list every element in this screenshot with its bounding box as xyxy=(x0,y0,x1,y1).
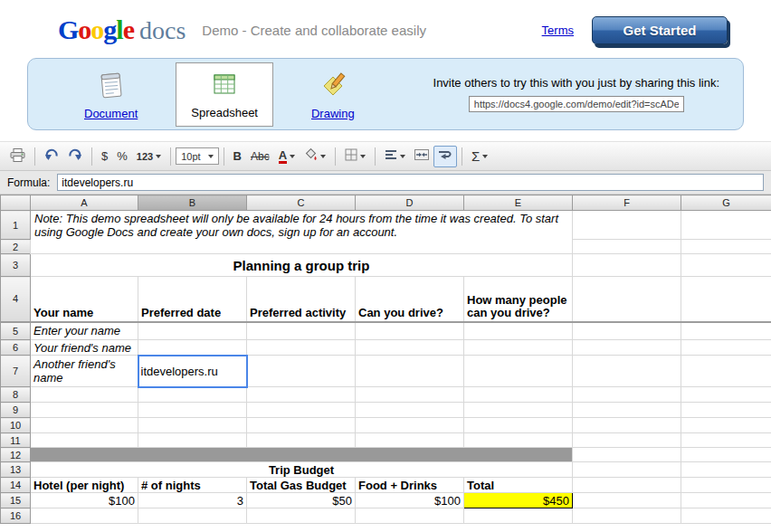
number-format-dropdown[interactable]: 123 xyxy=(132,146,166,167)
cell[interactable] xyxy=(31,403,138,418)
row-header-15[interactable]: 15 xyxy=(1,493,31,508)
cell-header-preferred-activity[interactable]: Preferred activity xyxy=(247,277,356,322)
cell[interactable] xyxy=(681,478,771,493)
row-header-3[interactable]: 3 xyxy=(1,254,31,277)
cell[interactable] xyxy=(573,418,681,433)
percent-format-button[interactable]: % xyxy=(112,146,132,167)
cell[interactable] xyxy=(138,418,247,433)
cell[interactable] xyxy=(356,387,464,403)
borders-dropdown[interactable] xyxy=(340,146,370,167)
col-header-b[interactable]: B xyxy=(138,195,247,211)
cell[interactable] xyxy=(573,254,681,277)
merge-cells-button[interactable] xyxy=(410,146,433,167)
cell[interactable] xyxy=(247,418,356,433)
col-header-e[interactable]: E xyxy=(464,195,573,211)
cell-total-value[interactable]: $450 xyxy=(464,493,573,508)
row-header-2[interactable]: 2 xyxy=(1,240,31,254)
cell-note[interactable]: Note: This demo spreadsheet will only be… xyxy=(31,211,573,254)
cell-enter-your-name[interactable]: Enter your name xyxy=(31,322,138,340)
cell-header-gas[interactable]: Total Gas Budget xyxy=(247,478,356,493)
strikethrough-button[interactable]: Abc xyxy=(246,146,274,167)
cell[interactable] xyxy=(681,448,771,462)
cell[interactable] xyxy=(464,356,573,387)
cell[interactable] xyxy=(681,462,771,478)
cell-header-total[interactable]: Total xyxy=(464,478,573,493)
cell[interactable] xyxy=(31,387,138,403)
row-header-11[interactable]: 11 xyxy=(1,433,31,448)
print-button[interactable] xyxy=(5,146,30,167)
bold-button[interactable]: B xyxy=(229,146,246,167)
cell[interactable] xyxy=(573,478,681,493)
tab-spreadsheet[interactable]: Spreadsheet xyxy=(176,62,273,127)
cell[interactable] xyxy=(573,387,681,403)
cell[interactable] xyxy=(247,403,356,418)
cell[interactable] xyxy=(573,240,681,254)
cell[interactable] xyxy=(573,508,681,524)
row-header-1[interactable]: 1 xyxy=(1,211,31,240)
col-header-c[interactable]: C xyxy=(247,195,356,211)
cell[interactable] xyxy=(681,387,771,403)
cell[interactable] xyxy=(356,356,464,387)
cell-header-nights[interactable]: # of nights xyxy=(138,478,247,493)
cell-header-can-you-drive[interactable]: Can you drive? xyxy=(356,277,464,322)
cell[interactable] xyxy=(247,508,356,524)
cell[interactable] xyxy=(681,240,771,254)
tab-drawing-label[interactable]: Drawing xyxy=(311,107,355,120)
cell[interactable] xyxy=(681,403,771,418)
cell-your-friends-name[interactable]: Your friend's name xyxy=(31,340,138,356)
cell[interactable] xyxy=(464,433,573,448)
cell-trip-title[interactable]: Planning a group trip xyxy=(31,254,573,277)
cell[interactable] xyxy=(31,433,138,448)
cell[interactable] xyxy=(356,433,464,448)
cell[interactable] xyxy=(573,403,681,418)
cell[interactable] xyxy=(573,356,681,387)
cell-budget-title[interactable]: Trip Budget xyxy=(31,462,573,478)
share-url-input[interactable] xyxy=(469,96,684,112)
row-header-7[interactable]: 7 xyxy=(1,356,31,387)
cell[interactable] xyxy=(573,322,681,340)
col-header-d[interactable]: D xyxy=(356,195,464,211)
cell[interactable] xyxy=(573,433,681,448)
cell[interactable] xyxy=(681,277,771,322)
text-color-dropdown[interactable]: A xyxy=(274,146,300,167)
row-header-16[interactable]: 16 xyxy=(1,508,31,524)
cell[interactable] xyxy=(356,403,464,418)
cell[interactable] xyxy=(31,508,138,524)
row-header-6[interactable]: 6 xyxy=(1,340,31,356)
cell[interactable] xyxy=(464,418,573,433)
row-header-13[interactable]: 13 xyxy=(1,462,31,478)
cell-header-food[interactable]: Food + Drinks xyxy=(356,478,464,493)
formula-input[interactable] xyxy=(57,174,764,191)
row-header-8[interactable]: 8 xyxy=(1,387,31,403)
cell[interactable] xyxy=(573,448,681,462)
cell[interactable] xyxy=(138,508,247,524)
cell[interactable] xyxy=(247,356,356,387)
cell[interactable] xyxy=(573,340,681,356)
cell-another-friends-name[interactable]: Another friend's name xyxy=(31,356,138,387)
align-dropdown[interactable] xyxy=(380,146,410,167)
cell[interactable] xyxy=(681,493,771,508)
col-header-g[interactable]: G xyxy=(681,195,771,211)
cell[interactable] xyxy=(681,418,771,433)
col-header-a[interactable]: A xyxy=(31,195,138,211)
cell[interactable] xyxy=(247,322,356,340)
cell-value-gas[interactable]: $50 xyxy=(247,493,356,508)
cell[interactable] xyxy=(247,387,356,403)
cell[interactable] xyxy=(681,211,771,240)
cell[interactable] xyxy=(356,340,464,356)
row-header-5[interactable]: 5 xyxy=(1,322,31,340)
redo-button[interactable] xyxy=(63,146,87,167)
undo-button[interactable] xyxy=(40,146,63,167)
cell[interactable] xyxy=(681,340,771,356)
fill-color-dropdown[interactable] xyxy=(300,146,330,167)
tab-document[interactable]: Document xyxy=(84,69,138,120)
cell[interactable] xyxy=(681,254,771,277)
cell[interactable] xyxy=(464,340,573,356)
col-header-f[interactable]: F xyxy=(573,195,681,211)
cell[interactable] xyxy=(573,277,681,322)
terms-link[interactable]: Terms xyxy=(542,24,574,37)
cell[interactable] xyxy=(681,322,771,340)
cell[interactable] xyxy=(356,418,464,433)
cell-header-preferred-date[interactable]: Preferred date xyxy=(138,277,247,322)
tab-document-label[interactable]: Document xyxy=(84,107,138,120)
